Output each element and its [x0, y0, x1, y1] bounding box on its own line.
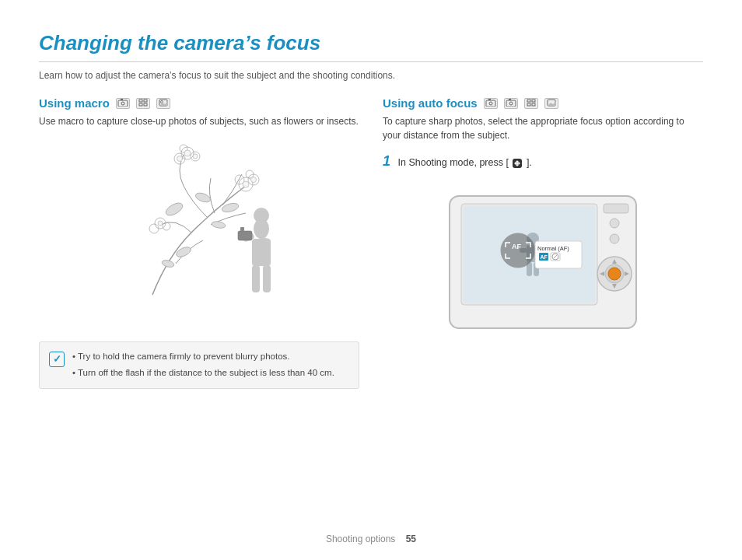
svg-rect-50	[527, 103, 530, 106]
grid-icon-macro	[136, 98, 150, 109]
svg-point-32	[161, 259, 175, 268]
page-title: Changing the camera’s focus	[39, 31, 703, 55]
svg-point-19	[163, 222, 170, 230]
step-1-number: 1	[383, 153, 390, 170]
svg-point-1	[121, 102, 124, 105]
svg-point-25	[243, 181, 249, 187]
svg-rect-83	[604, 204, 628, 213]
auto-focus-description: To capture sharp photos, select the appr…	[383, 114, 703, 142]
scene-icon-macro	[156, 98, 170, 109]
title-divider	[39, 61, 703, 62]
svg-rect-40	[238, 231, 252, 240]
scene-icon-af	[544, 98, 558, 109]
svg-rect-51	[532, 103, 535, 106]
svg-rect-44	[488, 99, 491, 100]
footer-text: Shooting options	[326, 534, 395, 544]
footer: Shooting options 55	[0, 534, 742, 544]
svg-rect-0	[118, 100, 128, 107]
page-subtitle: Learn how to adjust the camera’s focus t…	[39, 70, 703, 81]
svg-point-26	[251, 177, 257, 183]
svg-rect-49	[532, 100, 535, 102]
macro-illustration	[90, 139, 308, 326]
tip-box: ✓ • Try to hold the camera firmly to pre…	[39, 341, 359, 389]
step-1: 1 In Shooting mode, press [ ].	[383, 153, 703, 170]
svg-rect-45	[506, 100, 516, 107]
svg-rect-47	[509, 99, 511, 100]
tip-content: • Try to hold the camera firmly to preve…	[72, 350, 334, 380]
svg-point-43	[489, 102, 492, 105]
svg-rect-3	[139, 100, 142, 102]
macro-section: Using macro Use macro to capture close-u…	[39, 96, 359, 389]
svg-text:AF: AF	[512, 243, 521, 250]
svg-text:Normal (AF): Normal (AF)	[537, 245, 569, 252]
svg-point-46	[509, 102, 513, 105]
svg-point-27	[164, 201, 185, 218]
camera-icon-macro	[116, 98, 130, 109]
svg-point-28	[194, 191, 212, 204]
macro-description: Use macro to capture close-up photos of …	[39, 114, 359, 128]
macro-heading: Using macro	[39, 96, 359, 110]
svg-rect-38	[252, 265, 260, 292]
svg-point-31	[175, 245, 192, 259]
page-container: Changing the camera’s focus Learn how to…	[0, 0, 742, 560]
svg-rect-2	[121, 99, 123, 100]
tip-icon: ✓	[49, 352, 65, 367]
footer-page-number: 55	[406, 534, 416, 544]
svg-point-15	[177, 156, 183, 162]
grid-icon-af	[524, 98, 538, 109]
two-column-layout: Using macro Use macro to capture close-u…	[39, 96, 703, 389]
svg-rect-4	[144, 100, 147, 102]
svg-rect-42	[486, 100, 495, 107]
svg-text:AF: AF	[541, 254, 548, 260]
svg-rect-5	[139, 103, 142, 106]
auto-focus-section: Using auto focus To capture sharp photos…	[383, 96, 703, 389]
auto-focus-heading: Using auto focus	[383, 96, 703, 110]
svg-point-20	[158, 221, 163, 226]
svg-point-16	[193, 154, 198, 159]
macro-heading-text: Using macro	[39, 96, 110, 110]
camera-device-illustration: AF Normal (AF) AF	[434, 180, 652, 344]
auto-focus-heading-text: Using auto focus	[383, 96, 478, 110]
svg-rect-41	[240, 227, 244, 231]
svg-point-34	[254, 208, 269, 223]
camera-icon-af	[484, 98, 498, 109]
svg-point-75	[610, 234, 619, 243]
camera2-icon-af	[504, 98, 518, 109]
svg-point-30	[211, 220, 226, 229]
svg-rect-6	[144, 103, 147, 106]
svg-rect-39	[263, 265, 271, 292]
svg-point-18	[149, 224, 159, 233]
svg-point-78	[608, 268, 621, 280]
step-1-text: In Shooting mode, press [ ].	[395, 157, 532, 170]
svg-rect-48	[527, 100, 530, 102]
svg-point-74	[610, 219, 619, 228]
svg-marker-53	[548, 101, 556, 106]
svg-point-14	[184, 150, 191, 156]
